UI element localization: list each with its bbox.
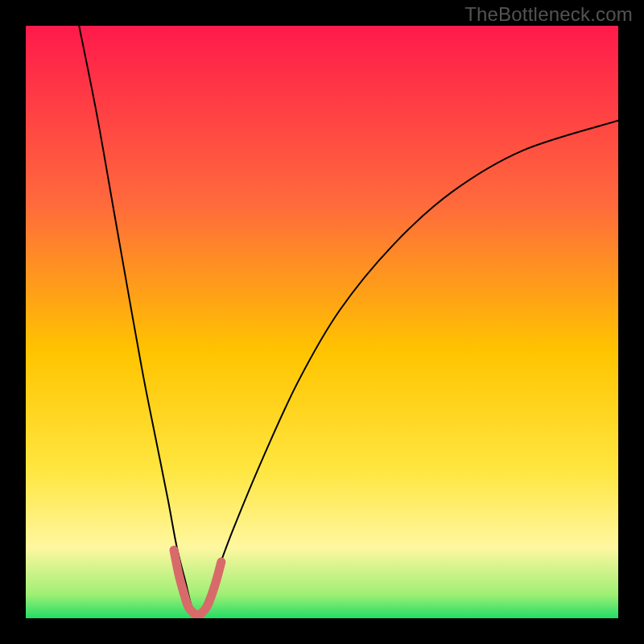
bottleneck-chart: [0, 0, 644, 644]
chart-frame: TheBottleneck.com: [0, 0, 644, 644]
gradient-background: [26, 26, 618, 618]
watermark-text: TheBottleneck.com: [464, 3, 633, 26]
